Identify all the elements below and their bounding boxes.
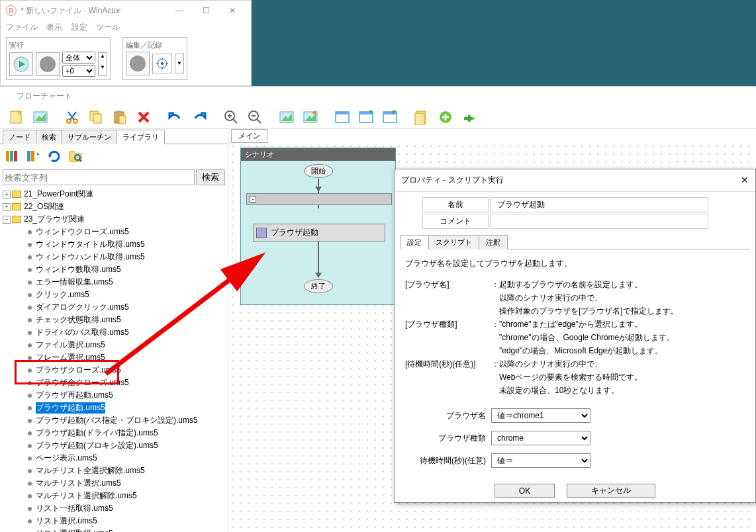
tree-folder[interactable]: +21_PowerPoint関連 <box>3 188 225 200</box>
target-dropdown[interactable]: ▼ <box>175 54 184 73</box>
zoom-in-icon[interactable] <box>221 107 241 127</box>
tree-item[interactable]: ウィンドウハンドル取得.ums5 <box>3 251 225 263</box>
undo-icon[interactable] <box>165 107 185 127</box>
menu-tools[interactable]: ツール <box>96 22 120 32</box>
search-button[interactable]: 検索 <box>196 169 225 185</box>
cut-icon[interactable] <box>62 107 82 127</box>
end-node[interactable]: 終了 <box>304 279 333 293</box>
add-icon[interactable] <box>436 107 455 127</box>
comment-value[interactable] <box>490 214 708 229</box>
close-button[interactable]: ✕ <box>219 1 246 20</box>
maximize-button[interactable]: ☐ <box>193 1 219 20</box>
note-icon[interactable] <box>412 107 432 127</box>
refresh-icon[interactable] <box>45 147 64 165</box>
search-input[interactable] <box>3 169 195 185</box>
copy-icon[interactable] <box>86 107 106 127</box>
start-node[interactable]: 開始 <box>304 164 333 178</box>
tab-node[interactable]: ノード <box>3 130 36 144</box>
tree-item[interactable]: マルチリスト選択.ums5 <box>3 477 225 490</box>
menu-view[interactable]: 表示 <box>46 22 62 32</box>
record-button[interactable] <box>126 52 150 75</box>
name-value[interactable]: ブラウザ起動 <box>490 197 708 212</box>
folder-search-icon[interactable] <box>66 147 85 165</box>
tree-list[interactable]: +21_PowerPoint関連+22_OS関連−23_ブラウザ関連ウィンドウク… <box>0 187 228 532</box>
menu-settings[interactable]: 設定 <box>71 22 87 32</box>
win3-icon[interactable] <box>380 107 400 127</box>
tree-item[interactable]: ウィンドウクローズ.ums5 <box>3 226 225 238</box>
dialog-buttons: OK キャンセル <box>405 484 745 498</box>
svg-marker-55 <box>48 155 52 158</box>
tree-tabs: ノード 検索 サブルーチン ライブラリ <box>0 129 228 144</box>
tree-item[interactable]: ファイル選択.ums5 <box>3 339 225 351</box>
tree-item[interactable]: ページ表示.ums5 <box>3 452 225 465</box>
speed-select[interactable]: +0 <box>62 65 95 77</box>
browser-type-select[interactable]: chrome <box>491 431 591 445</box>
tree-item[interactable]: ブラウザ起動(パス指定・プロキシ設定).ums5 <box>3 414 225 427</box>
tab-script[interactable]: スクリプト <box>428 235 479 249</box>
browser-name-select[interactable]: 値⇒chrome1 <box>491 408 591 423</box>
win2-icon[interactable] <box>356 107 376 127</box>
tree-item[interactable]: ドライバのパス取得.ums5 <box>3 326 225 339</box>
paste-icon[interactable] <box>110 107 130 127</box>
stop-button[interactable] <box>36 52 60 76</box>
canvas-tab-main[interactable]: メイン <box>231 129 267 143</box>
tree-item[interactable]: リスト一括取得.ums5 <box>3 502 225 515</box>
redo-icon[interactable] <box>189 107 209 127</box>
tab-subroutine[interactable]: サブルーチン <box>62 130 117 144</box>
tree-item[interactable]: ブラウザクローズ.ums5 <box>3 364 225 377</box>
image-icon[interactable] <box>30 107 50 127</box>
tree-item[interactable]: ウィンドウ数取得.ums5 <box>3 263 225 276</box>
group-bar[interactable]: - <box>246 193 392 205</box>
action-node[interactable]: ブラウザ起動 <box>253 224 385 242</box>
speed-up[interactable]: ▲ <box>99 53 107 64</box>
tree-item[interactable]: クリック.ums5 <box>3 288 225 301</box>
tree-folder[interactable]: −23_ブラウザ関連 <box>3 213 225 226</box>
tree-item[interactable]: ブラウザ再起動.ums5 <box>3 389 225 402</box>
tree-item[interactable]: リスト選択.ums5 <box>3 515 225 527</box>
minimize-button[interactable]: — <box>166 1 193 20</box>
lib-books-icon[interactable] <box>3 147 21 165</box>
new-icon[interactable] <box>7 107 26 127</box>
tree-item[interactable]: エラー情報収集.ums5 <box>3 276 225 288</box>
dialog-body: ブラウザ名を設定してブラウザを起動します。 [ブラウザ名]：起動するブラウザの名… <box>395 249 755 506</box>
tree-item[interactable]: フレーム選択.ums5 <box>3 351 225 364</box>
tree-item[interactable]: ブラウザ起動(ドライバ指定).ums5 <box>3 427 225 439</box>
menu-file[interactable]: ファイル <box>6 22 38 32</box>
main-toolbar <box>0 106 756 129</box>
speed-down[interactable]: ▼ <box>99 64 107 75</box>
nav-icon[interactable] <box>459 107 479 127</box>
scenario-box[interactable]: シナリオ 開始 - ブラウザ起動 終了 <box>240 148 396 305</box>
win1-icon[interactable] <box>332 107 352 127</box>
img2-icon[interactable] <box>301 107 320 127</box>
tab-search[interactable]: 検索 <box>36 130 62 144</box>
cancel-button[interactable]: キャンセル <box>567 484 655 498</box>
dialog-close-button[interactable]: ✕ <box>741 175 749 186</box>
search-row: 検索 <box>0 168 228 187</box>
play-button[interactable] <box>9 52 33 76</box>
tree-item[interactable]: ダイアログクリック.ums5 <box>3 301 225 314</box>
lib-books2-icon[interactable] <box>24 147 42 165</box>
tree-item[interactable]: マルチリスト全選択解除.ums5 <box>3 465 225 477</box>
svg-rect-35 <box>336 112 349 114</box>
tree-item[interactable]: リスト選択取得.ums5 <box>3 527 225 532</box>
tree-item[interactable]: マルチリスト選択解除.ums5 <box>3 490 225 502</box>
svg-rect-17 <box>93 114 101 123</box>
tree-item[interactable]: ウィンドウタイトル取得.ums5 <box>3 238 225 251</box>
ok-button[interactable]: OK <box>495 484 555 498</box>
img1-icon[interactable] <box>277 107 297 127</box>
tab-settings[interactable]: 設定 <box>400 235 429 249</box>
target-button[interactable] <box>152 54 172 73</box>
tab-annotation[interactable]: 注釈 <box>479 235 508 249</box>
tab-library[interactable]: ライブラリ <box>117 130 165 144</box>
range-select[interactable]: 全体 <box>62 52 95 64</box>
delete-icon[interactable] <box>134 107 154 127</box>
wait-select[interactable]: 値⇒ <box>491 453 591 468</box>
zoom-out-icon[interactable] <box>245 107 265 127</box>
svg-rect-43 <box>415 113 424 125</box>
tree-folder[interactable]: +22_OS関連 <box>3 200 225 213</box>
tree-item[interactable]: ブラウザ起動(プロキシ設定).ums5 <box>3 439 225 452</box>
tree-item[interactable]: ブラウザ全クローズ.ums5 <box>3 377 225 389</box>
dialog-tabs: 設定 スクリプト 注釈 <box>400 234 750 249</box>
tree-item[interactable]: チェック状態取得.ums5 <box>3 314 225 326</box>
tree-item[interactable]: ブラウザ起動.ums5 <box>3 402 225 414</box>
